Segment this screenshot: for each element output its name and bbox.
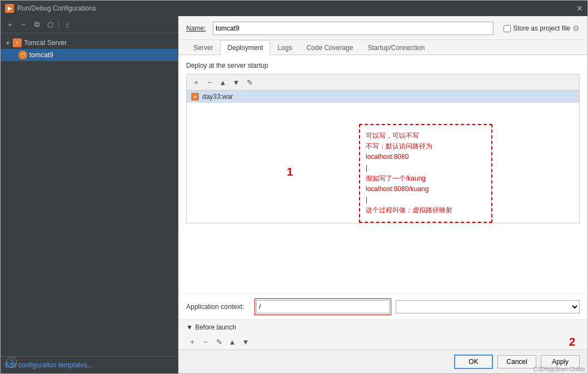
app-context-input[interactable]	[256, 300, 390, 313]
copy-default-config-button[interactable]: ⬡	[44, 18, 56, 31]
deploy-item[interactable]: W day33:war	[187, 91, 579, 103]
store-project-label: Store as project file	[513, 24, 570, 32]
tomcat9-icon: 🐱	[18, 51, 27, 59]
deployment-content: Deploy at the server startup + − ▲ ▼ ✎ W…	[178, 55, 587, 293]
config-tree: ▼ T Tomcat Server 🐱 tomcat9	[1, 33, 178, 356]
run-debug-dialog: ▶ Run/Debug Configurations ✕ + − ⧉ ⬡ ↕ ▼…	[0, 0, 588, 374]
name-label-text: Name:	[186, 24, 206, 32]
tab-logs[interactable]: Logs	[270, 40, 299, 55]
annotation-line4: |	[366, 163, 486, 173]
before-launch-up-button[interactable]: ▲	[226, 337, 238, 348]
tab-deployment[interactable]: Deployment	[220, 40, 270, 55]
tomcat-server-group: ▼ T Tomcat Server 🐱 tomcat9	[1, 36, 178, 62]
ok-button[interactable]: OK	[454, 355, 493, 369]
title-bar: ▶ Run/Debug Configurations ✕	[1, 1, 587, 16]
footer-buttons: OK Cancel Apply	[178, 350, 587, 373]
before-launch-chevron: ▼	[186, 323, 193, 331]
edit-config-templates-link[interactable]: Edit configuration templates...	[5, 361, 93, 369]
dialog-body: + − ⧉ ⬡ ↕ ▼ T Tomcat Server 🐱 tomcat9	[1, 16, 587, 373]
app-context-input-wrap	[255, 298, 391, 315]
app-context-label: Application context:	[186, 303, 250, 311]
left-panel: + − ⧉ ⬡ ↕ ▼ T Tomcat Server 🐱 tomcat9	[1, 16, 178, 373]
tomcat9-label: tomcat9	[29, 51, 53, 59]
sort-config-button[interactable]: ↕	[61, 18, 73, 31]
deploy-remove-button[interactable]: −	[203, 77, 216, 88]
deploy-up-button[interactable]: ▲	[217, 77, 229, 88]
annotation-line3: localhost:8080	[366, 152, 486, 162]
before-launch-add-button[interactable]: +	[186, 337, 198, 348]
war-icon: W	[191, 93, 199, 101]
tomcat-server-label: Tomcat Server	[24, 39, 67, 47]
left-toolbar: + − ⧉ ⬡ ↕	[1, 16, 178, 33]
tomcat-group-icon: T	[13, 38, 22, 47]
app-context-dropdown[interactable]	[396, 300, 580, 313]
store-project-area: Store as project file ⚙	[504, 24, 580, 33]
name-label: Name:	[186, 24, 208, 32]
deploy-down-button[interactable]: ▼	[230, 77, 242, 88]
chevron-down-icon: ▼	[5, 40, 11, 46]
annotation-line2: 不写：默认访问路径为	[366, 141, 486, 152]
store-project-checkbox[interactable]	[504, 25, 511, 32]
number-badge-1: 1	[287, 166, 293, 178]
name-input[interactable]	[213, 22, 494, 35]
gear-icon[interactable]: ⚙	[572, 24, 580, 33]
dialog-title: Run/Debug Configurations	[17, 4, 96, 12]
app-context-row: Application context:	[178, 293, 587, 320]
annotation-line1: 可以写，可以不写	[366, 131, 486, 141]
before-launch-remove-button[interactable]: −	[200, 337, 212, 348]
name-row: Name: Store as project file ⚙	[178, 16, 587, 40]
annotation-line8: 这个过程叫做：虚拟路径映射	[366, 205, 486, 216]
toolbar-separator	[58, 20, 59, 29]
tabs-row: Server Deployment Logs Code Coverage Sta…	[178, 40, 587, 55]
annotation-line6: localhost:8080/kuang	[366, 184, 486, 195]
before-launch-section: ▼ Before launch + − ✎ ▲ ▼ 2	[178, 320, 587, 350]
edit-templates-link-area: Edit configuration templates...	[1, 356, 178, 373]
remove-config-button[interactable]: −	[17, 18, 29, 31]
copy-config-button[interactable]: ⧉	[31, 18, 43, 31]
tab-server[interactable]: Server	[186, 40, 220, 55]
before-launch-down-button[interactable]: ▼	[240, 337, 252, 348]
tomcat9-tree-item[interactable]: 🐱 tomcat9	[1, 49, 178, 61]
deploy-toolbar: + − ▲ ▼ ✎	[186, 74, 580, 90]
before-launch-edit-button[interactable]: ✎	[213, 337, 225, 348]
title-bar-left: ▶ Run/Debug Configurations	[5, 4, 96, 13]
close-button[interactable]: ✕	[576, 4, 583, 13]
app-icon: ▶	[5, 4, 14, 13]
tab-code-coverage[interactable]: Code Coverage	[299, 40, 360, 55]
deploy-section-title: Deploy at the server startup	[186, 62, 580, 69]
before-launch-label: Before launch	[195, 323, 236, 331]
deploy-item-label: day33:war	[202, 93, 233, 101]
cancel-button[interactable]: Cancel	[497, 355, 536, 368]
deploy-edit-button[interactable]: ✎	[243, 77, 256, 88]
number-badge-2: 2	[569, 336, 575, 348]
annotation-line7: |	[366, 195, 486, 205]
annotation-box: 可以写，可以不写 不写：默认访问路径为 localhost:8080 | 假如写…	[359, 124, 492, 223]
before-launch-header: ▼ Before launch	[178, 320, 587, 335]
watermark: CSDN@Shen-Childe	[533, 366, 585, 372]
before-launch-toolbar: + − ✎ ▲ ▼ 2	[178, 335, 587, 350]
tomcat-server-group-header[interactable]: ▼ T Tomcat Server	[1, 37, 178, 49]
annotation-line5: 假如写了一个/kaung	[366, 173, 486, 184]
add-config-button[interactable]: +	[4, 18, 16, 31]
right-panel: Name: Store as project file ⚙ Server Dep…	[178, 16, 587, 373]
tab-startup-connection[interactable]: Startup/Connection	[360, 40, 432, 55]
help-icon[interactable]: ?	[6, 357, 17, 368]
deploy-list: W day33:war 可以写，可以不写 不写：默认访问路径为 localhos…	[186, 90, 580, 223]
deploy-add-button[interactable]: +	[190, 77, 202, 88]
